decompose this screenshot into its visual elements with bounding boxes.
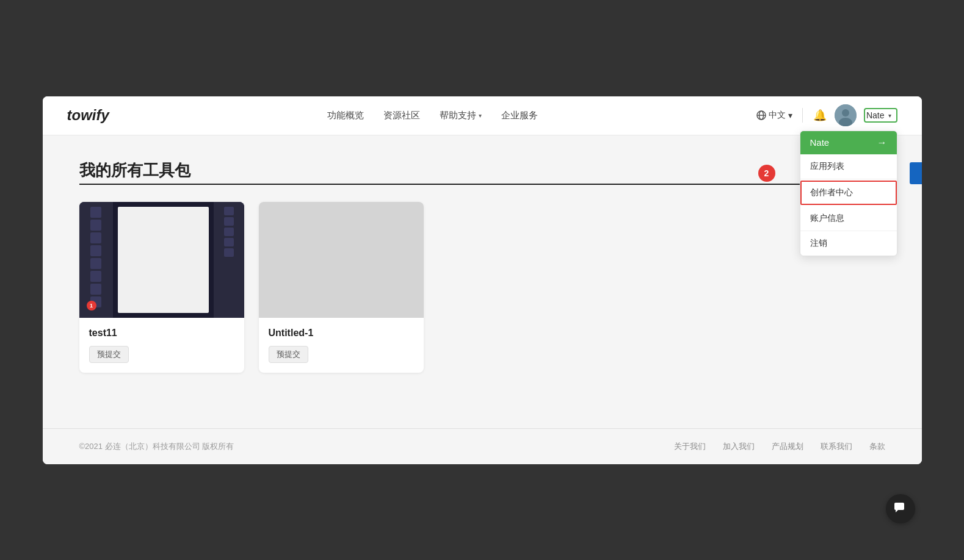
arrow-right-icon: →: [877, 137, 887, 148]
sidebar-icon-2: [90, 220, 101, 231]
step-2-badge: 2: [758, 165, 775, 182]
step-1-badge: 1: [87, 301, 96, 311]
card-body-untitled: Untitled-1 预提交: [259, 318, 424, 373]
card-tag-test11[interactable]: 预提交: [89, 346, 129, 363]
header: towify 功能概览 资源社区 帮助支持 ▾ 企业服务: [43, 96, 922, 135]
footer-links: 关于我们 加入我们 产品规划 联系我们 条款: [674, 441, 885, 452]
dropdown-item-app-list[interactable]: 应用列表: [800, 154, 897, 179]
app-sidebar: [79, 202, 113, 318]
globe-icon: [756, 110, 766, 120]
avatar-image: [835, 104, 857, 126]
user-dropdown-menu: Nate → 应用列表 创作者中心 账户信息 注销: [800, 131, 897, 256]
right-icon-3: [224, 228, 234, 236]
sidebar-icon-6: [90, 271, 101, 282]
card-thumbnail-untitled: [259, 202, 424, 318]
sidebar-icon-5: [90, 258, 101, 269]
card-thumbnail-wrapper: 1: [79, 202, 244, 318]
right-icon-2: [224, 217, 234, 226]
footer-link-terms[interactable]: 条款: [869, 441, 885, 452]
dropdown-header[interactable]: Nate →: [800, 131, 897, 154]
app-right-panel: [214, 202, 244, 318]
user-dropdown-button[interactable]: Nate ▾: [864, 108, 897, 123]
sidebar-icon-7: [90, 284, 101, 295]
avatar: [835, 104, 857, 126]
cards-grid: 1 test11 预提交 Untitled-1 预提交: [79, 202, 885, 373]
dropdown-item-logout[interactable]: 注销: [800, 231, 897, 256]
card-body-test11: test11 预提交: [79, 318, 244, 373]
sidebar-icon-3: [90, 232, 101, 243]
footer-link-contact[interactable]: 联系我们: [821, 441, 852, 452]
language-chevron-icon: ▾: [788, 110, 792, 120]
card-title-test11: test11: [89, 328, 234, 339]
footer: ©2021 必连（北京）科技有限公司 版权所有 关于我们 加入我们 产品规划 联…: [43, 428, 922, 464]
card-thumbnail: [79, 202, 244, 318]
nav-item-help[interactable]: 帮助支持 ▾: [440, 110, 482, 121]
sidebar-icon-4: [90, 245, 101, 256]
vertical-divider: [802, 108, 803, 123]
svg-point-4: [842, 109, 849, 117]
footer-link-products[interactable]: 产品规划: [772, 441, 803, 452]
card-test11: 1 test11 预提交: [79, 202, 244, 373]
card-tag-untitled[interactable]: 预提交: [269, 346, 308, 363]
footer-link-join[interactable]: 加入我们: [723, 441, 755, 452]
nav-item-resources[interactable]: 资源社区: [383, 110, 420, 121]
language-selector[interactable]: 中文 ▾: [756, 110, 792, 121]
nav-item-enterprise[interactable]: 企业服务: [501, 110, 538, 121]
nav: 功能概览 资源社区 帮助支持 ▾ 企业服务: [327, 110, 538, 121]
card-untitled: Untitled-1 预提交: [259, 202, 424, 373]
main-content: 我的所有工具包: [43, 135, 922, 428]
right-icon-5: [224, 248, 234, 257]
right-icon-1: [224, 207, 234, 215]
header-right: 中文 ▾ 🔔 Nate ▾: [756, 104, 897, 126]
browser-window: towify 功能概览 资源社区 帮助支持 ▾ 企业服务: [43, 96, 922, 464]
blue-highlight-bar: [910, 162, 922, 184]
dropdown-item-creator-center[interactable]: 创作者中心: [800, 181, 897, 205]
chevron-down-icon: ▾: [479, 112, 482, 119]
dropdown-item-account-info[interactable]: 账户信息: [800, 206, 897, 231]
app-canvas: [118, 207, 209, 313]
app-screenshot: [79, 202, 244, 318]
notification-bell-icon[interactable]: 🔔: [813, 108, 827, 123]
card-title-untitled: Untitled-1: [269, 328, 414, 339]
title-underline: [79, 184, 885, 185]
footer-link-about[interactable]: 关于我们: [674, 441, 706, 452]
nav-item-features[interactable]: 功能概览: [327, 110, 364, 121]
footer-copyright: ©2021 必连（北京）科技有限公司 版权所有: [79, 441, 234, 452]
sidebar-icon-1: [90, 207, 101, 218]
right-icon-4: [224, 238, 234, 246]
user-chevron-icon: ▾: [888, 112, 891, 119]
logo[interactable]: towify: [67, 107, 109, 124]
